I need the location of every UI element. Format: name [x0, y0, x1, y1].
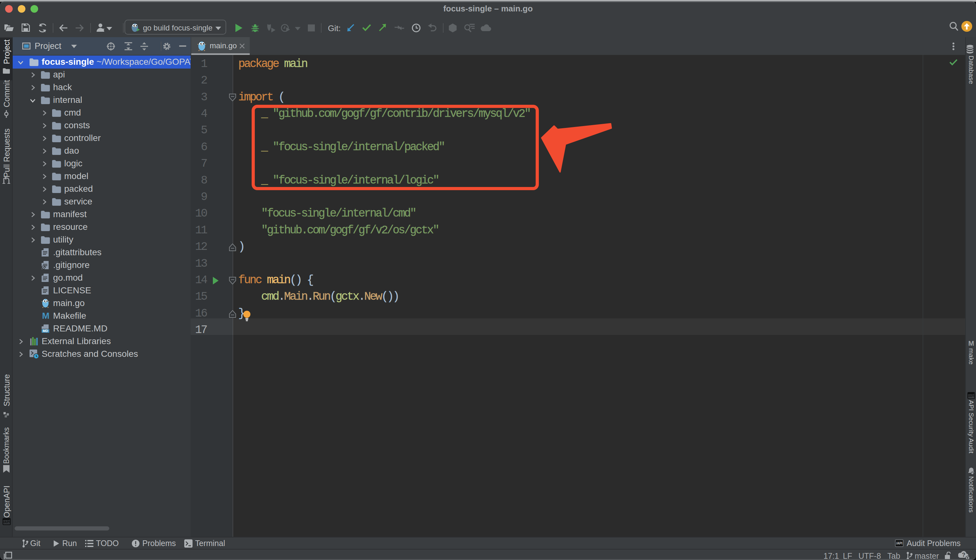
svg-text:MD: MD [43, 329, 48, 333]
svg-text:?: ? [962, 552, 966, 558]
